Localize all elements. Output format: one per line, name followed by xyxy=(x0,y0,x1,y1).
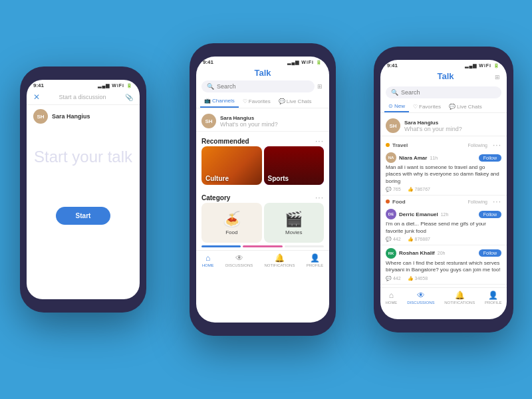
travel-post-header: NA Niara Amar 11h Follow xyxy=(386,152,501,163)
home-icon-right: ⌂ xyxy=(389,291,394,300)
roshan-likes: 👍 34658 xyxy=(408,276,428,281)
search-input-center[interactable] xyxy=(217,83,309,90)
tab-live-chats-right[interactable]: 💬 Live Chats xyxy=(445,102,486,112)
clip-icon[interactable]: 📎 xyxy=(125,94,133,101)
recommended-grid: Culture Art Sports xyxy=(196,146,329,187)
post-prompt-right[interactable]: What's on your mind? xyxy=(404,126,462,132)
food-section-sub: Following xyxy=(467,200,487,204)
follow-niara-button[interactable]: Follow xyxy=(479,154,501,162)
food-section-title: Food xyxy=(392,199,406,205)
derric-text: I'm on a diet... Please send me gifs of … xyxy=(386,221,501,235)
live-icon-right: 💬 xyxy=(449,104,456,110)
search-row-center: 🔍 ⊞ xyxy=(196,80,329,95)
post-bar-right: SH Sara Hangius What's on your mind? xyxy=(380,116,507,136)
category-grid: 🍝 Food 🎬 Movies xyxy=(196,203,329,243)
nav-notifications-center[interactable]: 🔔 NOTIFICATIONS xyxy=(265,253,295,267)
status-bar-left: 9:41 ▂▄▆ WiFi 🔋 xyxy=(27,80,140,90)
live-label-right: Live Chats xyxy=(457,104,482,110)
home-icon-center: ⌂ xyxy=(205,253,210,263)
culture-card[interactable]: Culture xyxy=(201,146,262,185)
search-input-right[interactable] xyxy=(401,89,496,96)
nav-profile-right[interactable]: 👤 PROFILE xyxy=(485,291,502,305)
nav-home-right[interactable]: ⌂ HOME xyxy=(385,291,397,305)
culture-bg: Culture xyxy=(201,146,262,185)
derric-comments: 💬 442 xyxy=(386,237,401,242)
start-button[interactable]: Start xyxy=(56,207,111,225)
post-bar-center: SH Sara Hangius What's on your mind? xyxy=(196,111,329,132)
nav-discussions-right[interactable]: 👁 DISCUSSIONS xyxy=(407,291,434,305)
category-more[interactable]: ··· xyxy=(315,194,324,201)
tabs-center: 📺 Channels ♡ Favorites 💬 Live Chats xyxy=(196,95,329,108)
tab-favorites-right[interactable]: ♡ Favorites xyxy=(409,102,445,112)
food-more[interactable]: ··· xyxy=(493,198,501,205)
follow-derric-button[interactable]: Follow xyxy=(479,211,501,218)
profile-icon-right: 👤 xyxy=(488,291,498,300)
roshan-text: Where can I find the best resturant whic… xyxy=(386,260,501,274)
food-post: DE Derric Emanuel 12h Follow I'm on a di… xyxy=(380,206,507,245)
category-title: Category xyxy=(201,194,230,201)
culture-label: Culture xyxy=(205,175,229,182)
travel-more[interactable]: ··· xyxy=(493,141,501,149)
tab-new[interactable]: ⊙ New xyxy=(384,101,409,112)
sports-card[interactable]: Sports xyxy=(264,146,325,185)
food-label: Food xyxy=(225,229,237,235)
travel-post: NA Niara Amar 11h Follow Man all i want … xyxy=(380,150,507,196)
tab-channels[interactable]: 📺 Channels xyxy=(200,95,239,108)
movies-card[interactable]: 🎬 Movies xyxy=(264,203,325,243)
avatar-center-user: SH xyxy=(201,114,216,128)
notifications-label-right: NOTIFICATIONS xyxy=(444,301,475,305)
niara-comments: 💬 765 xyxy=(386,187,401,192)
new-icon: ⊙ xyxy=(388,103,393,109)
sports-bg: Sports xyxy=(264,146,325,185)
food-card[interactable]: 🍝 Food xyxy=(201,203,262,243)
niara-actions: 💬 765 👍 786767 xyxy=(386,187,501,192)
fav-label-right: Favorites xyxy=(419,104,441,110)
time-left: 9:41 xyxy=(33,82,44,88)
recommended-more[interactable]: ··· xyxy=(315,137,324,145)
nav-profile-center[interactable]: 👤 PROFILE xyxy=(307,253,324,267)
nav-discussions-center[interactable]: 👁 DISCUSSIONS xyxy=(225,253,253,267)
filter-icon-center[interactable]: ⊞ xyxy=(317,83,323,90)
notifications-icon-right: 🔔 xyxy=(455,291,465,300)
header-title-left: Start a discussion xyxy=(59,94,106,100)
status-bar-right: 9:41 ▂▄▆ WiFi 🔋 xyxy=(380,60,507,70)
tab-live-chats[interactable]: 💬 Live Chats xyxy=(275,96,316,107)
profile-label-center: PROFILE xyxy=(307,263,324,267)
follow-roshan-button[interactable]: Follow xyxy=(479,249,501,257)
channels-icon: 📺 xyxy=(204,98,211,104)
search-bar-center[interactable]: 🔍 xyxy=(201,80,315,92)
derric-likes: 👍 876887 xyxy=(408,237,430,242)
channels-label: Channels xyxy=(212,98,235,104)
search-bar-right[interactable]: 🔍 xyxy=(386,86,501,98)
phone-right: 9:41 ▂▄▆ WiFi 🔋 Talk ⊞ 🔍 ⊙ New xyxy=(374,47,513,332)
signal-icons-right: ▂▄▆ WiFi 🔋 xyxy=(465,63,500,68)
left-placeholder-text: Start your talk xyxy=(27,128,140,187)
tab-favorites[interactable]: ♡ Favorites xyxy=(239,96,275,107)
progress-bar-2 xyxy=(243,245,282,247)
new-label: New xyxy=(394,103,405,109)
progress-bar-3 xyxy=(285,245,324,247)
close-icon[interactable]: ✕ xyxy=(33,92,40,102)
food-dot xyxy=(386,200,390,203)
filter-icon-right[interactable]: ⊞ xyxy=(495,74,500,80)
home-label-right: HOME xyxy=(385,301,397,305)
progress-bar-1 xyxy=(201,245,241,247)
home-label-center: HOME xyxy=(202,263,214,267)
right-header-row: Talk ⊞ xyxy=(380,70,507,86)
status-bar-center: 9:41 ▂▄▆ WiFi 🔋 xyxy=(196,57,329,66)
recommended-section-header: Recommended ··· xyxy=(196,134,329,146)
bottom-nav-center: ⌂ HOME 👁 DISCUSSIONS 🔔 NOTIFICATIONS 👤 P… xyxy=(196,250,329,270)
food-icon: 🍝 xyxy=(223,211,241,228)
nav-notifications-right[interactable]: 🔔 NOTIFICATIONS xyxy=(444,291,475,305)
bottom-nav-right: ⌂ HOME 👁 DISCUSSIONS 🔔 NOTIFICATIONS 👤 P… xyxy=(380,287,507,307)
avatar-right-user: SH xyxy=(386,118,400,133)
niara-name: Niara Amar xyxy=(399,155,427,161)
food-section: Food Following ··· xyxy=(380,196,507,206)
avatar-niara: NA xyxy=(386,152,396,163)
username-left: Sara Hangius xyxy=(52,113,90,120)
post-prompt-center[interactable]: What's on your mind? xyxy=(220,121,278,128)
travel-section-title: Travel xyxy=(392,142,408,148)
live-chats-icon: 💬 xyxy=(279,98,285,104)
roshan-time: 20h xyxy=(438,251,446,255)
nav-home-center[interactable]: ⌂ HOME xyxy=(202,253,214,267)
